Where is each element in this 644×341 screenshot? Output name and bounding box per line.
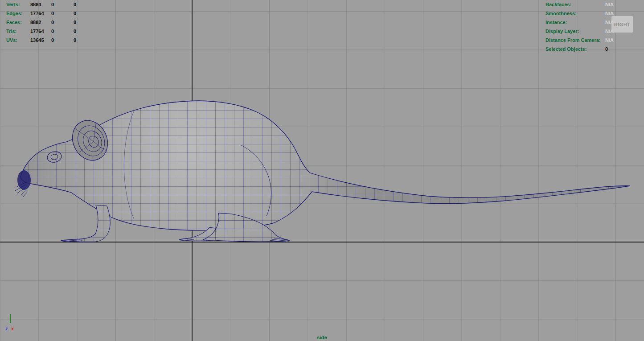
hud-label: Backfaces: [546, 0, 605, 9]
hud-value: 8884 [30, 0, 51, 9]
y-axis-icon [10, 314, 11, 323]
panel-camera-label: side [317, 335, 327, 340]
z-axis-label: z [5, 326, 8, 331]
hud-label: Distance From Camera: [546, 36, 605, 45]
polycount-row-verts: Verts: 8884 0 0 [6, 0, 87, 9]
hud-value: 0 [51, 0, 74, 9]
hud-label: Tris: [6, 27, 30, 36]
hud-label: Faces: [6, 18, 30, 27]
hud-value: 0 [605, 45, 628, 53]
hud-value: 13645 [30, 36, 51, 45]
hud-label: Edges: [6, 9, 30, 18]
maya-viewport[interactable]: Verts: 8884 0 0 Edges: 17764 0 0 Faces: … [0, 0, 644, 341]
polycount-row-faces: Faces: 8882 0 0 [6, 18, 87, 27]
x-axis-label: x [11, 326, 14, 331]
polycount-hud: Verts: 8884 0 0 Edges: 17764 0 0 Faces: … [6, 0, 87, 45]
hud-value: 0 [51, 18, 74, 27]
view-cube-right-label[interactable]: RIGHT [611, 16, 633, 33]
hud-row-backfaces: Backfaces: N/A [546, 0, 628, 9]
hud-value: 17764 [30, 9, 51, 18]
hud-value: 0 [74, 18, 87, 27]
hud-label: Selected Objects: [546, 45, 605, 53]
rat-body-wireframe [21, 101, 630, 230]
hud-value: 17764 [30, 27, 51, 36]
hud-label: Smoothness: [546, 9, 605, 18]
hud-value: 8882 [30, 18, 51, 27]
hud-value: 0 [74, 27, 87, 36]
rat-nose [15, 170, 31, 197]
hud-label: Display Layer: [546, 27, 605, 36]
hud-row-distance-from-camera: Distance From Camera: N/A [546, 36, 628, 45]
hud-value: 0 [74, 36, 87, 45]
hud-value: N/A [605, 0, 628, 9]
axis-orientation-gizmo: z x [3, 314, 22, 334]
hud-value: 0 [51, 27, 74, 36]
polycount-row-tris: Tris: 17764 0 0 [6, 27, 87, 36]
hud-value: 0 [74, 0, 87, 9]
hud-label: Verts: [6, 0, 30, 9]
hud-label: UVs: [6, 36, 30, 45]
polycount-row-edges: Edges: 17764 0 0 [6, 9, 87, 18]
hud-value: N/A [605, 36, 628, 45]
hud-label: Instance: [546, 18, 605, 27]
hud-value: 0 [51, 36, 74, 45]
hud-value: 0 [74, 9, 87, 18]
polycount-row-uvs: UVs: 13645 0 0 [6, 36, 87, 45]
hud-value: 0 [51, 9, 74, 18]
hud-row-selected-objects: Selected Objects: 0 [546, 45, 628, 53]
rat-front-leg-wireframe [61, 205, 110, 242]
